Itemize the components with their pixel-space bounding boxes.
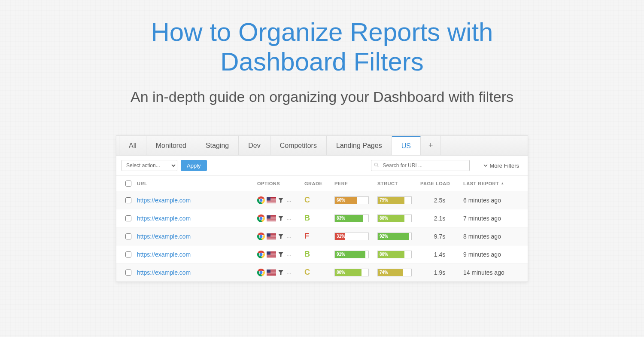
chrome-icon: [257, 233, 265, 240]
filter-icon[interactable]: [278, 197, 284, 203]
col-url[interactable]: URL: [137, 181, 257, 186]
select-all-checkbox[interactable]: [125, 181, 131, 187]
select-all-cell: [120, 181, 137, 187]
more-options-icon[interactable]: …: [286, 215, 292, 221]
tab-us[interactable]: US: [392, 136, 421, 155]
page-subtitle: An in-depth guide on organizing your Das…: [131, 89, 513, 105]
last-report-value: 8 minutes ago: [463, 233, 528, 240]
struct-bar-cell: 92%: [377, 233, 420, 240]
us-flag-icon: [267, 251, 276, 257]
chrome-icon: [257, 251, 265, 258]
more-options-icon[interactable]: …: [286, 197, 292, 203]
row-options-cell: …: [257, 214, 304, 222]
row-checkbox[interactable]: [125, 251, 131, 257]
struct-bar-label: 74%: [378, 270, 388, 275]
perf-bar-cell: 31%: [334, 233, 377, 240]
table-row: https://example.com…C66%79%2.5s6 minutes…: [116, 191, 528, 209]
grade-value: F: [304, 232, 334, 241]
struct-bar-label: 79%: [378, 198, 388, 202]
struct-bar-cell: 74%: [377, 269, 420, 276]
more-filters-button[interactable]: More Filters: [480, 162, 522, 169]
struct-bar-cell: 80%: [377, 214, 420, 222]
perf-bar-cell: 80%: [334, 269, 377, 276]
report-url-link[interactable]: https://example.com: [137, 233, 191, 240]
bulk-action-select[interactable]: Select action...: [122, 160, 177, 171]
page-load-value: 1.9s: [420, 269, 463, 276]
svg-point-0: [375, 163, 378, 166]
page-load-value: 9.7s: [420, 233, 463, 240]
report-url-link[interactable]: https://example.com: [137, 251, 191, 258]
row-url-cell: https://example.com: [137, 251, 257, 258]
add-tab-button[interactable]: +: [421, 136, 441, 155]
col-perf[interactable]: PERF: [334, 181, 377, 186]
more-options-icon[interactable]: …: [286, 251, 292, 257]
perf-bar-cell: 83%: [334, 214, 377, 222]
more-filters-label: More Filters: [489, 162, 519, 169]
row-checkbox-cell: [120, 233, 137, 239]
apply-button[interactable]: Apply: [181, 160, 207, 171]
table-row: https://example.com…B83%80%2.1s7 minutes…: [116, 209, 528, 227]
perf-bar-label: 66%: [335, 198, 345, 202]
us-flag-icon: [267, 215, 276, 221]
table-row: https://example.com…F31%92%9.7s8 minutes…: [116, 227, 528, 245]
row-checkbox[interactable]: [125, 197, 131, 203]
more-options-icon[interactable]: …: [286, 233, 292, 239]
struct-bar-label: 80%: [378, 216, 388, 221]
table-row: https://example.com…B91%80%1.4s9 minutes…: [116, 245, 528, 263]
row-url-cell: https://example.com: [137, 214, 257, 222]
col-struct[interactable]: STRUCT: [377, 181, 420, 186]
row-checkbox[interactable]: [125, 233, 131, 239]
tab-monitored[interactable]: Monitored: [146, 136, 196, 155]
report-url-link[interactable]: https://example.com: [137, 269, 191, 276]
perf-bar-label: 91%: [335, 252, 345, 257]
row-options-cell: …: [257, 233, 304, 240]
more-options-icon[interactable]: …: [286, 270, 292, 276]
tab-staging[interactable]: Staging: [196, 136, 239, 155]
page-load-value: 2.1s: [420, 215, 463, 222]
grade-value: C: [304, 268, 334, 277]
col-grade[interactable]: GRADE: [304, 181, 334, 186]
us-flag-icon: [267, 233, 276, 239]
report-url-link[interactable]: https://example.com: [137, 197, 191, 204]
tab-dev[interactable]: Dev: [239, 136, 270, 155]
perf-bar-cell: 91%: [334, 251, 377, 258]
row-url-cell: https://example.com: [137, 233, 257, 240]
page-load-value: 2.5s: [420, 197, 463, 204]
col-page-load[interactable]: PAGE LOAD: [420, 181, 463, 186]
chrome-icon: [257, 196, 265, 204]
chrome-icon: [257, 269, 265, 276]
filter-icon[interactable]: [278, 233, 284, 239]
perf-bar-label: 31%: [335, 234, 345, 239]
row-checkbox[interactable]: [125, 270, 131, 276]
dashboard-panel: AllMonitoredStagingDevCompetitorsLanding…: [116, 135, 528, 282]
perf-bar-label: 83%: [335, 216, 345, 221]
col-last-report[interactable]: LAST REPORT ▲: [463, 181, 528, 186]
page-title: How to Organize Reports with Dashboard F…: [86, 17, 558, 77]
filter-icon[interactable]: [278, 215, 284, 221]
tab-landing-pages[interactable]: Landing Pages: [327, 136, 392, 155]
search-icon: [374, 162, 380, 168]
filter-tabs: AllMonitoredStagingDevCompetitorsLanding…: [116, 136, 528, 156]
filter-icon[interactable]: [278, 251, 284, 257]
filter-icon[interactable]: [278, 270, 284, 276]
report-url-link[interactable]: https://example.com: [137, 215, 191, 222]
table-header: URL OPTIONS GRADE PERF STRUCT PAGE LOAD …: [116, 176, 528, 191]
tab-all[interactable]: All: [119, 136, 146, 155]
row-checkbox[interactable]: [125, 215, 131, 221]
row-options-cell: …: [257, 269, 304, 276]
col-last-report-label: LAST REPORT: [463, 181, 499, 186]
grade-value: B: [304, 214, 334, 223]
struct-bar: 80%: [377, 214, 412, 222]
col-options[interactable]: OPTIONS: [257, 181, 304, 186]
perf-bar: 80%: [334, 269, 369, 276]
last-report-value: 9 minutes ago: [463, 251, 528, 258]
search-input[interactable]: [371, 160, 470, 171]
row-checkbox-cell: [120, 215, 137, 221]
perf-bar: 66%: [334, 196, 369, 204]
us-flag-icon: [267, 197, 276, 203]
struct-bar-label: 92%: [378, 234, 388, 239]
tab-competitors[interactable]: Competitors: [270, 136, 327, 155]
struct-bar-label: 80%: [378, 252, 388, 257]
perf-bar-cell: 66%: [334, 196, 377, 204]
row-options-cell: …: [257, 196, 304, 204]
